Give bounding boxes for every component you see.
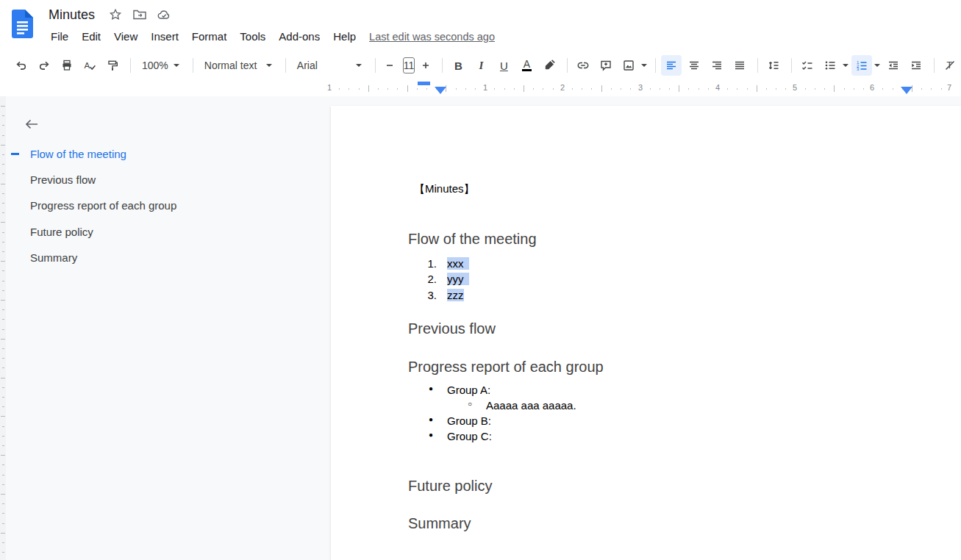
insert-image-dropdown[interactable]: [639, 55, 648, 76]
numbered-list-dropdown[interactable]: [872, 55, 881, 76]
numbered-list-button[interactable]: 123: [851, 55, 872, 76]
font-size-input[interactable]: 11: [403, 57, 415, 73]
document-status-cloud-icon[interactable]: [155, 6, 173, 24]
ordered-list-item[interactable]: 1. xxx: [331, 257, 625, 273]
heading-previous-flow[interactable]: Previous flow: [408, 320, 496, 337]
selected-text[interactable]: yyy: [447, 273, 469, 285]
left-indent-marker[interactable]: [435, 87, 446, 94]
bullet-text[interactable]: Group A:: [447, 384, 490, 396]
vertical-ruler-tick: [2, 203, 4, 204]
heading-progress-report[interactable]: Progress report of each group: [408, 359, 604, 376]
zoom-select[interactable]: 100%: [136, 55, 185, 76]
bulleted-list-dropdown[interactable]: [840, 55, 849, 76]
selected-text[interactable]: zzz: [447, 289, 464, 301]
ordered-list-item[interactable]: 3. zzz: [331, 289, 625, 304]
bulleted-list-button[interactable]: [820, 55, 840, 76]
align-left-button[interactable]: [661, 55, 682, 76]
ruler-tick: [514, 88, 515, 90]
ruler-tick: [417, 88, 418, 90]
align-right-button[interactable]: [707, 55, 727, 76]
add-comment-button[interactable]: [596, 55, 616, 76]
doc-title-line[interactable]: 【Minutes】: [414, 182, 475, 196]
increase-font-size-button[interactable]: [417, 55, 435, 76]
document-page[interactable]: 【Minutes】 Flow of the meeting 1. xxx 2. …: [331, 106, 961, 560]
print-button[interactable]: [57, 55, 77, 76]
line-spacing-button[interactable]: [763, 55, 784, 76]
horizontal-ruler[interactable]: 11234567: [0, 81, 961, 96]
redo-button[interactable]: [34, 55, 54, 76]
checklist-button[interactable]: [797, 55, 818, 76]
bullet-text[interactable]: Group B:: [447, 414, 491, 427]
decrease-indent-button[interactable]: [883, 55, 904, 76]
vertical-ruler[interactable]: [0, 96, 6, 560]
underline-button[interactable]: U: [493, 55, 514, 76]
decrease-font-size-button[interactable]: [381, 55, 399, 76]
font-select[interactable]: Arial: [291, 55, 368, 76]
ruler-tick: [785, 88, 786, 90]
highlighter-icon: [543, 59, 556, 72]
bullet-list-subitem[interactable]: ○ Aaaaa aaa aaaaa.: [331, 399, 625, 414]
vertical-ruler-tick: [2, 164, 4, 165]
menu-file[interactable]: File: [44, 28, 75, 45]
undo-button[interactable]: [11, 55, 32, 76]
star-icon[interactable]: [107, 6, 124, 24]
docs-logo-icon[interactable]: [12, 10, 33, 38]
paragraph-style-select[interactable]: Normal text: [199, 55, 278, 76]
bullet-list-item[interactable]: ● Group A:: [331, 384, 625, 399]
document-title[interactable]: Minutes: [49, 7, 95, 23]
vertical-ruler-tick: [2, 281, 4, 281]
heading-future-policy[interactable]: Future policy: [408, 478, 493, 495]
bullet-text[interactable]: Group C:: [447, 430, 492, 442]
increase-indent-button[interactable]: [906, 55, 926, 76]
move-to-folder-icon[interactable]: [131, 6, 149, 24]
close-outline-button[interactable]: [24, 116, 43, 135]
text-color-button[interactable]: A: [516, 55, 537, 76]
menu-insert[interactable]: Insert: [144, 28, 185, 45]
selected-text[interactable]: xxx: [447, 257, 469, 270]
chevron-down-icon: [174, 64, 179, 67]
ruler-tick: [863, 88, 864, 90]
ruler-number: 7: [947, 83, 951, 92]
insert-link-button[interactable]: [573, 55, 593, 76]
vertical-ruler-tick: [2, 484, 4, 485]
ruler-tick: [368, 85, 369, 92]
outline-item-summary[interactable]: Summary: [30, 251, 77, 264]
italic-button[interactable]: I: [471, 55, 491, 76]
first-line-indent-marker[interactable]: [418, 82, 430, 85]
align-center-button[interactable]: [684, 55, 704, 76]
bold-button[interactable]: B: [448, 55, 468, 76]
outline-item-flow-of-the-meeting[interactable]: Flow of the meeting: [30, 148, 126, 160]
right-indent-marker[interactable]: [901, 87, 912, 94]
menu-format[interactable]: Format: [185, 28, 234, 45]
spellcheck-button[interactable]: A: [79, 55, 100, 76]
heading-flow-of-the-meeting[interactable]: Flow of the meeting: [408, 231, 537, 248]
outline-item-previous-flow[interactable]: Previous flow: [30, 173, 96, 186]
clear-formatting-button[interactable]: T: [940, 55, 960, 76]
paint-format-button[interactable]: [102, 55, 123, 76]
vertical-ruler-tick: [1, 184, 5, 184]
bullet-list-item[interactable]: ● Group B:: [331, 414, 625, 430]
menu-help[interactable]: Help: [326, 28, 362, 45]
ruler-tick: [882, 88, 883, 90]
toolbar-divider: [130, 58, 131, 73]
vertical-ruler-tick: [1, 494, 5, 495]
highlight-color-button[interactable]: [539, 55, 560, 76]
heading-summary[interactable]: Summary: [408, 515, 471, 532]
vertical-ruler-tick: [2, 154, 4, 155]
vertical-ruler-tick: [1, 533, 5, 534]
toolbar-divider: [375, 58, 376, 73]
outline-item-future-policy[interactable]: Future policy: [30, 226, 93, 238]
justify-button[interactable]: [729, 55, 750, 76]
last-edit-link[interactable]: Last edit was seconds ago: [369, 31, 495, 43]
menu-edit[interactable]: Edit: [75, 28, 107, 45]
hollow-bullet-icon: ○: [468, 400, 472, 408]
insert-image-button[interactable]: [618, 55, 639, 76]
outline-item-progress-report[interactable]: Progress report of each group: [30, 199, 176, 212]
ordered-list-item[interactable]: 2. yyy: [331, 273, 625, 288]
redo-icon: [37, 59, 51, 72]
menu-addons[interactable]: Add-ons: [272, 28, 326, 45]
menu-view[interactable]: View: [107, 28, 144, 45]
bullet-sub-text[interactable]: Aaaaa aaa aaaaa.: [486, 399, 576, 412]
menu-tools[interactable]: Tools: [233, 28, 272, 45]
bullet-list-item[interactable]: ● Group C:: [331, 430, 625, 445]
